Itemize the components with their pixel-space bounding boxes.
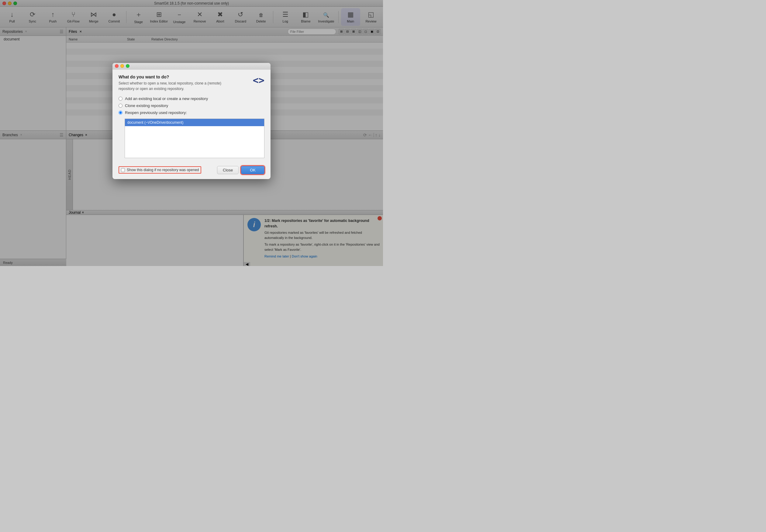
dialog: What do you want to do? Select whether t…: [112, 63, 271, 179]
dialog-header-row: What do you want to do? Select whether t…: [119, 74, 264, 92]
dialog-close-btn[interactable]: Close: [217, 166, 239, 174]
dialog-titlebar: [112, 63, 271, 70]
dialog-repo-item[interactable]: [125, 135, 264, 138]
dialog-button-group: Close OK: [217, 166, 264, 174]
dialog-repo-list: document (~\/OneDrive/document): [125, 119, 264, 158]
dialog-ok-btn[interactable]: OK: [241, 166, 264, 174]
dialog-max-button[interactable]: [126, 64, 129, 68]
show-dialog-checkbox[interactable]: [121, 168, 125, 172]
dialog-header-text: What do you want to do? Select whether t…: [119, 74, 234, 92]
smartgit-icon: <>: [253, 74, 264, 86]
dialog-body: What do you want to do? Select whether t…: [112, 70, 271, 163]
dialog-radio-group: Add an existing local or create a new re…: [119, 96, 264, 115]
dialog-option-add-label: Add an existing local or create a new re…: [125, 96, 208, 101]
dialog-radio-add[interactable]: [119, 97, 122, 101]
show-dialog-checkbox-label[interactable]: Show this dialog if no repository was op…: [119, 166, 201, 174]
dialog-option-reopen[interactable]: Reopen previously used repository:: [119, 110, 264, 115]
dialog-option-clone-label: Clone existing repository: [125, 103, 168, 108]
dialog-overlay: What do you want to do? Select whether t…: [0, 0, 383, 266]
dialog-option-reopen-label: Reopen previously used repository:: [125, 110, 187, 115]
dialog-subtitle: Select whether to open a new, local repo…: [119, 81, 234, 92]
dialog-repo-item[interactable]: [125, 132, 264, 135]
dialog-radio-reopen[interactable]: [119, 111, 122, 115]
dialog-repo-item[interactable]: [125, 129, 264, 132]
dialog-title: What do you want to do?: [119, 74, 234, 79]
dialog-repo-item[interactable]: document (~\/OneDrive/document): [125, 119, 264, 126]
dialog-close-button[interactable]: [115, 64, 119, 68]
dialog-min-button[interactable]: [120, 64, 124, 68]
dialog-radio-clone[interactable]: [119, 104, 122, 108]
dialog-option-add[interactable]: Add an existing local or create a new re…: [119, 96, 264, 101]
dialog-repo-item[interactable]: [125, 126, 264, 129]
dialog-footer: Show this dialog if no repository was op…: [112, 163, 271, 179]
show-dialog-text: Show this dialog if no repository was op…: [127, 168, 199, 172]
dialog-option-clone[interactable]: Clone existing repository: [119, 103, 264, 108]
